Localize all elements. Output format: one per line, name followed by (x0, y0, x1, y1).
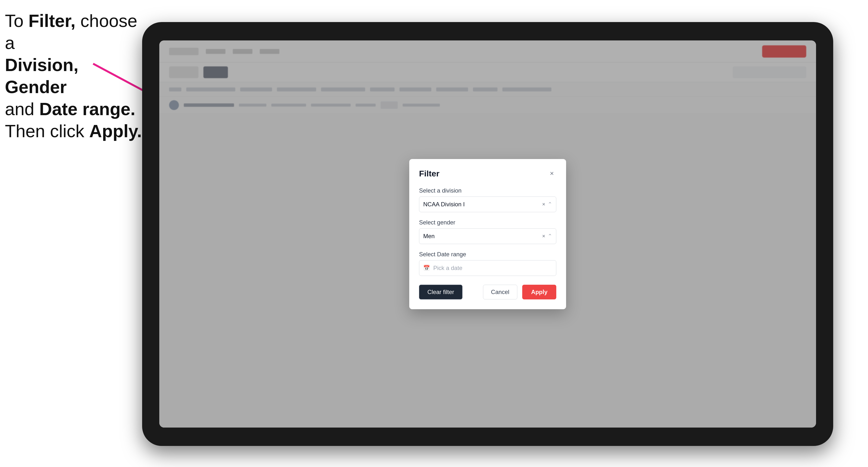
division-select[interactable]: NCAA Division I × ⌃ (419, 196, 556, 212)
date-range-input[interactable]: 📅 Pick a date (419, 260, 556, 276)
clear-filter-button[interactable]: Clear filter (419, 285, 462, 300)
close-icon: × (550, 169, 554, 177)
modal-overlay: Filter × Select a division NCAA Division… (159, 40, 816, 428)
footer-right-buttons: Cancel Apply (483, 285, 556, 300)
apply-button[interactable]: Apply (522, 285, 556, 300)
dialog-header: Filter × (419, 169, 556, 178)
tablet-screen: Filter × Select a division NCAA Division… (159, 40, 816, 428)
cancel-button[interactable]: Cancel (483, 285, 518, 300)
division-field: Select a division NCAA Division I × ⌃ (419, 187, 556, 212)
division-label: Select a division (419, 187, 556, 194)
bold-filter: Filter, (28, 11, 75, 31)
instruction-block: To Filter, choose a Division, Gender and… (5, 10, 142, 142)
gender-clear-icon[interactable]: × (542, 233, 545, 239)
instruction-then: Then click Apply. (5, 121, 142, 141)
instruction-line1: To Filter, choose a (5, 11, 137, 53)
gender-select[interactable]: Men × ⌃ (419, 228, 556, 244)
bold-apply: Apply. (89, 121, 142, 141)
date-range-field: Select Date range 📅 Pick a date (419, 251, 556, 276)
filter-dialog: Filter × Select a division NCAA Division… (409, 159, 566, 309)
gender-chevron-icon: ⌃ (548, 233, 552, 239)
gender-controls: × ⌃ (542, 233, 552, 239)
division-clear-icon[interactable]: × (542, 201, 545, 208)
close-button[interactable]: × (548, 169, 556, 178)
bold-date: Date range. (39, 99, 135, 119)
division-chevron-icon: ⌃ (548, 201, 552, 208)
dialog-title: Filter (419, 169, 439, 178)
calendar-icon: 📅 (423, 265, 430, 271)
dialog-footer: Clear filter Cancel Apply (419, 285, 556, 300)
tablet-device: Filter × Select a division NCAA Division… (142, 22, 833, 446)
instruction-and: and Date range. (5, 99, 135, 119)
gender-value: Men (423, 233, 435, 240)
date-placeholder: Pick a date (433, 264, 462, 272)
gender-field: Select gender Men × ⌃ (419, 219, 556, 244)
division-value: NCAA Division I (423, 201, 465, 208)
gender-label: Select gender (419, 219, 556, 226)
bold-division-gender: Division, Gender (5, 55, 79, 97)
date-range-label: Select Date range (419, 251, 556, 258)
division-controls: × ⌃ (542, 201, 552, 208)
